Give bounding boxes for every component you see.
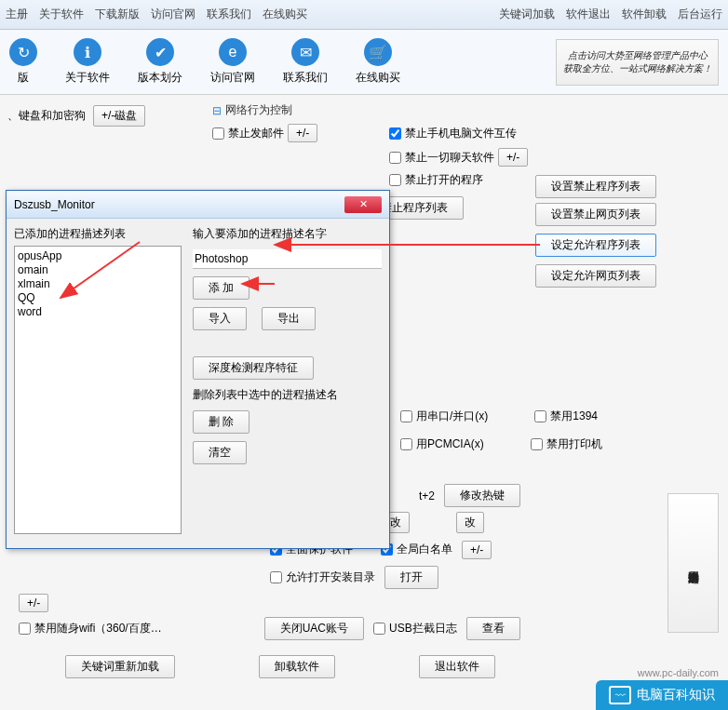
footer-brand[interactable]: 〰 电脑百科知识 bbox=[596, 680, 728, 710]
footer-url: www.pc-daily.com bbox=[638, 667, 719, 678]
btn-reload-kw[interactable]: 关键词重新加载 bbox=[65, 655, 175, 678]
btn-allow-web-list[interactable]: 设定允许网页列表 bbox=[535, 264, 656, 288]
deep-detect-button[interactable]: 深度检测程序特征 bbox=[193, 356, 314, 380]
plusminus-chat[interactable]: +/- bbox=[498, 148, 528, 167]
chk-serial[interactable] bbox=[400, 410, 412, 422]
check-icon: ✔ bbox=[146, 38, 174, 66]
btn-exit[interactable]: 退出软件 bbox=[419, 655, 495, 678]
process-listbox[interactable]: opusApp omain xlmain QQ word bbox=[14, 246, 182, 534]
chk-allow-install[interactable] bbox=[270, 571, 282, 583]
keyboard-section-label: 、键盘和加密狗 bbox=[7, 108, 86, 124]
chk-pcmcia[interactable] bbox=[400, 438, 412, 450]
chk-no-email[interactable] bbox=[212, 127, 224, 140]
icon-version[interactable]: ↻版 bbox=[9, 38, 37, 86]
refresh-icon: ↻ bbox=[9, 38, 37, 66]
add-button[interactable]: 添 加 bbox=[193, 276, 249, 300]
chk-no-phone-pc[interactable] bbox=[389, 127, 401, 140]
import-button[interactable]: 导入 bbox=[193, 307, 247, 330]
input-label: 输入要添加的进程描述名字 bbox=[193, 226, 382, 242]
menu-background[interactable]: 后台运行 bbox=[678, 7, 722, 22]
close-icon[interactable]: ✕ bbox=[344, 196, 382, 213]
chk-1394[interactable] bbox=[534, 410, 546, 422]
plusminus-left[interactable]: +/- bbox=[19, 594, 48, 612]
chk-usblog[interactable] bbox=[373, 623, 385, 635]
cart-icon: 🛒 bbox=[364, 38, 392, 66]
btn-allow-prog-list[interactable]: 设定允许程序列表 bbox=[535, 234, 656, 257]
remote-help-banner[interactable]: 点击这里请求远程协助 bbox=[667, 493, 719, 633]
clear-button[interactable]: 清空 bbox=[193, 441, 247, 464]
icon-contact[interactable]: ✉联系我们 bbox=[283, 38, 328, 86]
ie-icon: e bbox=[219, 38, 247, 66]
chk-no-chat[interactable] bbox=[389, 152, 401, 164]
menu-download[interactable]: 下载新版 bbox=[95, 7, 140, 22]
net-control-title: 网络行为控制 bbox=[212, 102, 721, 118]
icon-edition[interactable]: ✔版本划分 bbox=[138, 38, 182, 86]
plusminus-email[interactable]: +/- bbox=[288, 124, 317, 142]
export-button[interactable]: 导出 bbox=[262, 307, 316, 330]
process-list-dialog: Dszusb_Monitor ✕ 已添加的进程描述列表 opusApp omai… bbox=[6, 190, 390, 549]
icon-about[interactable]: ℹ关于软件 bbox=[65, 38, 110, 86]
menu-exit[interactable]: 软件退出 bbox=[566, 7, 611, 22]
menu-website[interactable]: 访问官网 bbox=[151, 7, 195, 22]
icon-buy[interactable]: 🛒在线购买 bbox=[356, 38, 400, 86]
mail-icon: ✉ bbox=[291, 38, 319, 66]
list-item[interactable]: omain bbox=[18, 263, 178, 277]
btn-view[interactable]: 查看 bbox=[466, 617, 520, 640]
delete-button[interactable]: 删 除 bbox=[193, 410, 249, 434]
list-item[interactable]: opusApp bbox=[18, 249, 178, 263]
chk-printer[interactable] bbox=[531, 438, 543, 450]
plusminus-white[interactable]: +/- bbox=[462, 541, 492, 559]
menu-contact[interactable]: 联系我们 bbox=[207, 7, 251, 22]
btn-hotkey[interactable]: 修改热键 bbox=[444, 484, 520, 507]
info-icon: ℹ bbox=[74, 38, 101, 66]
list-label: 已添加的进程描述列表 bbox=[14, 226, 182, 242]
plus-disk-button[interactable]: +/-磁盘 bbox=[93, 105, 145, 127]
btn-uninstall[interactable]: 卸载软件 bbox=[259, 655, 335, 678]
list-item[interactable]: xlmain bbox=[18, 277, 178, 291]
btn-block-prog-list2[interactable]: 设置禁止程序列表 bbox=[535, 175, 656, 198]
menu-register[interactable]: 主册 bbox=[6, 7, 28, 22]
dialog-title: Dszusb_Monitor bbox=[14, 198, 95, 211]
btn-mod2[interactable]: 改 bbox=[456, 512, 484, 533]
list-item[interactable]: word bbox=[18, 305, 178, 319]
product-banner[interactable]: 点击访问大势至网络管理产品中心 获取全方位、一站式网络解决方案！ bbox=[556, 39, 719, 86]
process-name-input[interactable] bbox=[193, 249, 382, 269]
menu-about[interactable]: 关于软件 bbox=[39, 7, 84, 22]
menu-uninstall[interactable]: 软件卸载 bbox=[622, 7, 667, 22]
menu-buy[interactable]: 在线购买 bbox=[263, 7, 307, 22]
chk-wifi[interactable] bbox=[19, 623, 31, 635]
monitor-icon: 〰 bbox=[609, 686, 631, 704]
btn-open[interactable]: 打开 bbox=[384, 566, 438, 589]
icon-toolbar: ↻版 ℹ关于软件 ✔版本划分 e访问官网 ✉联系我们 🛒在线购买 点击访问大势至… bbox=[0, 30, 728, 95]
btn-block-web-list[interactable]: 设置禁止网页列表 bbox=[535, 203, 656, 226]
btn-uac[interactable]: 关闭UAC账号 bbox=[264, 617, 364, 640]
delete-label: 删除列表中选中的进程描述名 bbox=[193, 387, 382, 403]
icon-site[interactable]: e访问官网 bbox=[210, 38, 255, 86]
list-item[interactable]: QQ bbox=[18, 291, 178, 305]
dialog-titlebar[interactable]: Dszusb_Monitor ✕ bbox=[7, 191, 389, 219]
menu-keywords[interactable]: 关键词加载 bbox=[499, 7, 555, 22]
chk-block-prog[interactable] bbox=[389, 174, 401, 186]
top-menu-bar: 主册 关于软件 下载新版 访问官网 联系我们 在线购买 关键词加载 软件退出 软… bbox=[0, 0, 728, 30]
